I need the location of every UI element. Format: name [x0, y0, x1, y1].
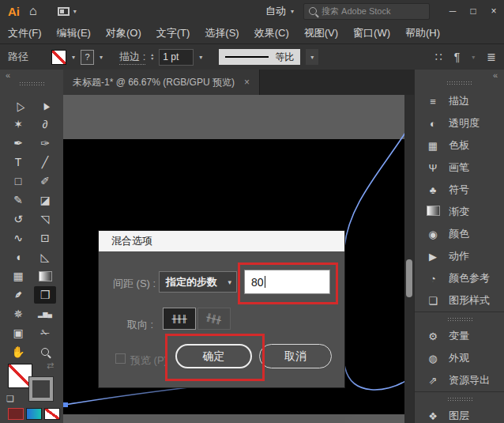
panel-item-asset-export[interactable]: ⇗资源导出 [415, 369, 504, 391]
preview-checkbox[interactable] [115, 353, 126, 364]
maximize-button[interactable]: □ [463, 0, 483, 22]
home-icon[interactable]: ⌂ [29, 5, 37, 17]
line-segment-icon: ╱ [42, 156, 48, 168]
panel-item-actions[interactable]: ▶动作 [415, 245, 504, 267]
mesh-tool[interactable]: ▦ [7, 267, 29, 285]
chevron-down-icon[interactable]: ▾ [199, 54, 202, 61]
curvature-tool[interactable]: ✑ [34, 134, 56, 152]
canvas-scrollbar[interactable] [404, 95, 414, 423]
stroke-weight-value[interactable]: 1 pt [159, 49, 194, 66]
default-fill-stroke-icon[interactable]: ❏ [6, 394, 14, 404]
document-tab-title: 未标题-1* @ 66.67% (RGB/GPU 预览) [73, 76, 235, 89]
align-options-icon[interactable]: ¶ [454, 51, 461, 63]
lasso-tool[interactable]: ∂ [34, 115, 56, 133]
spacing-dropdown[interactable]: 指定的步数 ▾ [159, 271, 237, 293]
stepper-down-icon[interactable]: ▾ [151, 57, 153, 61]
panel-menu-icon[interactable]: ≣ [487, 51, 496, 63]
cancel-button[interactable]: 取消 [259, 344, 332, 368]
shape-builder-tool[interactable]: ◖ [7, 248, 29, 266]
selection-tool[interactable]: △ [7, 96, 29, 114]
stroke-profile-dropdown[interactable]: ▾ [306, 49, 318, 65]
direct-selection-tool[interactable]: ▲ [34, 96, 56, 114]
drag-grip-icon[interactable] [19, 81, 44, 85]
align-to-path-button[interactable]: ╫╫╫ [197, 308, 231, 330]
chevron-down-icon[interactable]: ▾ [100, 54, 103, 61]
hand-tool[interactable]: ✋ [7, 343, 29, 361]
gradient-button[interactable] [26, 408, 42, 420]
document-tab[interactable]: 未标题-1* @ 66.67% (RGB/GPU 预览) × [63, 70, 260, 95]
free-transform-tool[interactable]: ⊡ [34, 229, 56, 247]
panel-item-appearance[interactable]: ◍外观 [415, 347, 504, 369]
fill-color-swatch[interactable] [51, 50, 66, 65]
menu-edit[interactable]: 编辑(E) [57, 26, 91, 40]
pencil-tool[interactable]: ✎ [7, 191, 29, 209]
eyedropper-tool[interactable]: ✒ [7, 286, 29, 304]
type-tool[interactable]: T [7, 153, 29, 171]
menu-select[interactable]: 选择(S) [205, 26, 239, 40]
search-input[interactable]: 搜索 Adobe Stock [303, 3, 430, 20]
perspective-grid-tool[interactable]: ◺ [34, 248, 56, 266]
stroke-weight-label[interactable]: 描边 : [119, 50, 145, 65]
menu-help[interactable]: 帮助(H) [405, 26, 440, 40]
scrollbar-thumb[interactable] [406, 259, 412, 297]
steps-input[interactable]: 80 [244, 270, 330, 294]
eraser-tool[interactable]: ◪ [34, 191, 56, 209]
gpu-mode-dropdown[interactable]: 自动 ▾ [265, 4, 294, 18]
swap-fill-stroke-icon[interactable]: ⇄ [47, 361, 54, 371]
menu-effect[interactable]: 效果(C) [254, 26, 289, 40]
paintbrush-tool[interactable]: ✐ [34, 172, 56, 190]
panel-item-symbols[interactable]: ♣符号 [415, 179, 504, 201]
collapse-panel-icon[interactable]: « [6, 70, 10, 80]
ok-button[interactable]: 确定 [175, 344, 252, 368]
panel-group-divider[interactable] [415, 312, 504, 325]
stroke-profile-preview[interactable]: 等比 [219, 49, 300, 65]
collapse-panel-icon[interactable]: « [493, 70, 498, 80]
menu-view[interactable]: 视图(V) [304, 26, 338, 40]
width-tool[interactable]: ∿ [7, 229, 29, 247]
panel-item-stroke[interactable]: ≡描边 [415, 90, 504, 112]
panel-item-layers[interactable]: ❖图层 [415, 405, 504, 423]
tab-close-icon[interactable]: × [244, 77, 250, 88]
stroke-weight-stepper[interactable]: ▴ ▾ [151, 53, 153, 61]
zoom-tool[interactable] [34, 343, 56, 361]
panel-item-color[interactable]: ◉颜色 [415, 223, 504, 245]
swatches-shortcut-icon[interactable]: ∷ [435, 51, 442, 63]
none-button[interactable] [44, 408, 60, 420]
panel-item-brushes[interactable]: Ψ画笔 [415, 157, 504, 179]
line-segment-tool[interactable]: ╱ [34, 153, 56, 171]
rotate-tool[interactable]: ↺ [7, 210, 29, 228]
workspace-switcher[interactable]: ▾ [58, 7, 77, 16]
panel-item-transparency[interactable]: ◐透明度 [415, 112, 504, 134]
artboard-tool[interactable]: ▣ [7, 324, 29, 342]
panel-item-swatches[interactable]: ▦色板 [415, 134, 504, 157]
align-to-page-button[interactable]: ╫╫╫ [163, 308, 196, 330]
panel-group-divider[interactable] [415, 391, 504, 405]
drag-grip-icon [447, 397, 472, 401]
panel-item-color-guide[interactable]: ◔颜色参考 [415, 267, 504, 289]
drag-grip-icon[interactable] [446, 81, 472, 85]
slice-tool[interactable]: ✁ [34, 324, 56, 342]
gradient-tool[interactable] [34, 267, 56, 285]
panel-item-gradient[interactable]: 渐变 [415, 201, 504, 223]
menu-object[interactable]: 对象(O) [106, 26, 141, 40]
pen-tool[interactable]: ✒ [7, 134, 29, 152]
panel-item-variables[interactable]: ⚙变量 [415, 325, 504, 347]
menu-type[interactable]: 文字(T) [156, 26, 190, 40]
close-button[interactable]: × [483, 0, 504, 22]
minimize-button[interactable]: ─ [442, 0, 463, 22]
menu-window[interactable]: 窗口(W) [353, 26, 390, 40]
blend-tool[interactable]: ❒ [34, 286, 56, 304]
dialog-title[interactable]: 混合选项 [99, 231, 344, 251]
column-graph-tool[interactable]: ▂▆▄ [34, 305, 56, 323]
panel-item-graphic-styles[interactable]: ❏图形样式 [415, 289, 504, 312]
menu-file[interactable]: 文件(F) [8, 26, 42, 40]
chevron-down-icon[interactable]: ▾ [72, 54, 75, 61]
scale-tool[interactable]: ◹ [34, 210, 56, 228]
magic-wand-tool[interactable]: ✶ [7, 115, 29, 133]
symbol-sprayer-tool[interactable]: ✵ [7, 305, 29, 323]
stroke-color-swatch[interactable]: ? [81, 50, 94, 65]
free-transform-icon: ⊡ [40, 232, 50, 244]
rectangle-tool[interactable]: □ [7, 172, 29, 190]
stroke-proxy[interactable] [29, 377, 53, 401]
color-button[interactable] [8, 408, 24, 420]
